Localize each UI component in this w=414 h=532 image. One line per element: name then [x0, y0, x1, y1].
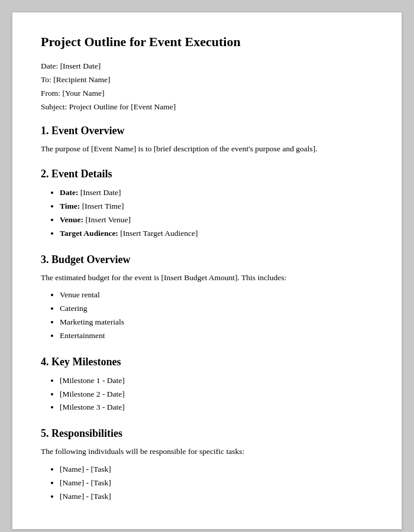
- section-5-heading: 5. Responsibilities: [41, 427, 373, 440]
- list-item: Date: [Insert Date]: [60, 186, 373, 200]
- list-item: [Name] - [Task]: [60, 476, 373, 490]
- to-value: [Recipient Name]: [53, 75, 110, 84]
- list-item: Entertainment: [60, 329, 373, 343]
- section-2-list: Date: [Insert Date] Time: [Insert Time] …: [60, 186, 373, 241]
- section-4-list: [Milestone 1 - Date] [Milestone 2 - Date…: [60, 374, 373, 415]
- to-label: To:: [41, 75, 51, 84]
- meta-from: From: [Your Name]: [41, 89, 373, 98]
- list-item: [Milestone 3 - Date]: [60, 401, 373, 414]
- list-item: Target Audience: [Insert Target Audience…: [60, 227, 373, 241]
- section-5-body: The following individuals will be respon…: [41, 446, 373, 458]
- list-item: [Milestone 1 - Date]: [60, 374, 373, 388]
- from-label: From:: [41, 89, 60, 98]
- list-item: [Name] - [Task]: [60, 463, 373, 476]
- section-2-heading: 2. Event Details: [41, 168, 373, 180]
- from-value: [Your Name]: [62, 89, 104, 98]
- subject-value: Project Outline for [Event Name]: [69, 102, 176, 111]
- list-item: [Name] - [Task]: [60, 490, 373, 504]
- meta-to: To: [Recipient Name]: [41, 75, 373, 85]
- document-container: Project Outline for Event Execution Date…: [12, 12, 402, 530]
- section-3-body: The estimated budget for the event is [I…: [41, 272, 373, 284]
- date-label: Date:: [41, 61, 58, 70]
- list-item: Catering: [60, 302, 373, 316]
- bold-label: Time:: [60, 202, 80, 210]
- bold-label: Target Audience:: [60, 229, 118, 238]
- list-item: Venue: [Insert Venue]: [60, 213, 373, 227]
- meta-subject: Subject: Project Outline for [Event Name…: [41, 102, 373, 112]
- list-item: [Milestone 2 - Date]: [60, 388, 373, 401]
- subject-label: Subject:: [41, 102, 67, 111]
- list-item: Marketing materials: [60, 316, 373, 329]
- bold-label: Date:: [60, 188, 78, 197]
- section-4-heading: 4. Key Milestones: [41, 356, 373, 368]
- section-1-heading: 1. Event Overview: [41, 125, 373, 137]
- section-1-body: The purpose of [Event Name] is to [brief…: [41, 143, 373, 155]
- section-3-list: Venue rental Catering Marketing material…: [60, 288, 373, 343]
- list-item: Time: [Insert Time]: [60, 200, 373, 213]
- section-3-heading: 3. Budget Overview: [41, 254, 373, 266]
- list-item: Venue rental: [60, 288, 373, 302]
- bold-label: Venue:: [60, 215, 83, 224]
- meta-date: Date: [Insert Date]: [41, 61, 373, 71]
- section-5-list: [Name] - [Task] [Name] - [Task] [Name] -…: [60, 463, 373, 504]
- document-title: Project Outline for Event Execution: [41, 34, 373, 51]
- date-value: [Insert Date]: [60, 61, 101, 70]
